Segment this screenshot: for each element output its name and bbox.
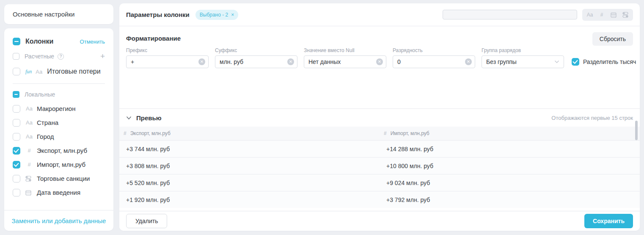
clear-icon[interactable]: ✕ (198, 58, 205, 65)
delete-button[interactable]: Удалить (126, 214, 167, 228)
column-header-label: Экспорт, млн.руб (130, 130, 171, 136)
text-type-icon: Aa (36, 69, 42, 75)
item-label: Импорт, млн,руб (37, 161, 85, 168)
text-type-filter-button[interactable]: Aa (584, 10, 596, 20)
table-cell: +1 920 млн. руб (119, 191, 380, 208)
calculated-group-row: Расчетные ? + (4, 50, 113, 63)
item-checkbox[interactable] (13, 175, 20, 182)
sidebar-item-strana[interactable]: Aa Страна (4, 116, 113, 130)
collapse-chevron-icon[interactable] (126, 116, 132, 120)
null-value-label: Значение вместо Null (304, 47, 386, 53)
text-type-icon: Aa (25, 133, 33, 140)
number-type-icon: # (25, 161, 33, 168)
item-checkbox[interactable] (13, 147, 20, 155)
date-type-icon (25, 190, 33, 196)
main-settings-card[interactable]: Основные настройки (4, 4, 113, 24)
replace-data-link[interactable]: Заменить или добавить данные (12, 217, 106, 224)
cancel-link[interactable]: Отменить (80, 39, 105, 45)
prefix-field: Префикс ✕ (126, 47, 209, 68)
selected-badge-label: Выбрано - 2 (200, 12, 228, 18)
column-header-import: # Импорт, млн,руб (380, 127, 640, 140)
digit-group-select[interactable]: Без группы (482, 55, 564, 68)
item-checkbox[interactable] (13, 68, 20, 75)
item-label: Город (37, 133, 54, 140)
item-checkbox[interactable] (13, 133, 20, 141)
item-checkbox[interactable] (13, 161, 20, 169)
help-icon[interactable]: ? (58, 53, 64, 60)
clear-icon[interactable]: ✕ (376, 58, 383, 65)
search-input[interactable] (443, 10, 577, 19)
table-cell: +3 792 млн. руб (380, 191, 640, 208)
scrollbar-thumb[interactable] (635, 121, 638, 140)
preview-table-header: # Экспорт, млн.руб # Импорт, млн,руб (119, 127, 640, 140)
digit-group-field: Группа разрядов Без группы (482, 47, 564, 68)
table-cell: +10 800 млн. руб (380, 158, 640, 174)
date-type-filter-button[interactable] (608, 10, 619, 20)
number-type-icon: # (25, 147, 33, 154)
local-group-row: Локальные (4, 87, 113, 102)
suffix-label: Суффикс (215, 47, 297, 53)
preview-section: Превью Отображаются первые 15 строк # Эк… (119, 109, 640, 211)
thousands-separator-option[interactable]: Разделитель тысяч (572, 55, 636, 68)
badge-close-icon[interactable]: × (231, 12, 234, 18)
sidebar-footer: Заменить или добавить данные (4, 210, 113, 231)
clear-icon[interactable]: ✕ (465, 58, 472, 65)
item-label: Дата введения (37, 189, 80, 196)
sidebar-item-torgovye-sanktsii[interactable]: Торговые санкции (4, 171, 113, 185)
table-cell: +14 288 млн. руб (380, 141, 640, 157)
panel-header: Параметры колонки Выбрано - 2 × Aa # (119, 3, 640, 26)
panel-footer: Удалить Сохранить (119, 211, 640, 231)
number-type-filter-button[interactable]: # (596, 10, 608, 20)
formatting-section: Форматирование Сбросить Префикс ✕ Суффик… (119, 26, 640, 109)
thousands-label: Разделитель тысяч (583, 58, 636, 65)
type-filter-group: Aa # (582, 9, 633, 21)
reset-button[interactable]: Сбросить (592, 32, 633, 46)
digit-group-label: Группа разрядов (482, 47, 564, 53)
boolean-type-filter-button[interactable] (619, 10, 631, 20)
sidebar-item-data-vvedeniya[interactable]: Дата введения (4, 185, 113, 199)
calculated-checkbox[interactable] (13, 53, 19, 60)
number-type-icon: # (384, 130, 387, 136)
suffix-field: Суффикс ✕ (215, 47, 297, 68)
text-type-icon: Aa (25, 119, 33, 126)
table-cell: +3 808 млн. руб (119, 158, 380, 174)
panel-title: Параметры колонки (126, 11, 190, 18)
preview-rows-note: Отображаются первые 15 строк (551, 115, 633, 121)
item-checkbox[interactable] (13, 189, 20, 196)
table-cell: +3 744 млн. руб (119, 141, 380, 157)
save-button[interactable]: Сохранить (584, 214, 633, 228)
prefix-label: Префикс (126, 47, 209, 53)
null-value-input[interactable] (304, 55, 386, 68)
item-checkbox[interactable] (13, 119, 20, 127)
columns-header: Колонки Отменить (4, 33, 113, 50)
table-row: +3 744 млн. руб +14 288 млн. руб (119, 140, 640, 157)
add-calculated-icon[interactable]: + (100, 52, 105, 61)
sidebar-item-gorod[interactable]: Aa Город (4, 130, 113, 144)
selected-badge: Выбрано - 2 × (195, 10, 239, 20)
suffix-input[interactable] (215, 55, 297, 68)
main-settings-title: Основные настройки (13, 11, 74, 18)
prefix-input[interactable] (126, 55, 209, 68)
table-row: +5 520 млн. руб +9 024 млн. руб (119, 174, 640, 191)
item-label: Макрорегион (37, 105, 75, 112)
item-checkbox[interactable] (13, 105, 20, 113)
table-cell: +9 024 млн. руб (380, 174, 640, 191)
local-group-checkbox[interactable] (13, 91, 19, 98)
columns-select-all-checkbox[interactable] (13, 38, 20, 45)
sidebar-item-eksport[interactable]: # Экспорт, млн.руб (4, 144, 113, 158)
item-label: Итоговые потери (47, 68, 100, 75)
sidebar-item-makroregion[interactable]: Aa Макрорегион (4, 102, 113, 116)
thousands-checkbox[interactable] (572, 58, 579, 66)
clear-icon[interactable]: ✕ (287, 58, 294, 65)
sidebar-item-itogovye-poteri[interactable]: fun Aa Итоговые потери (4, 63, 113, 80)
digits-field: Разрядность ✕ (393, 47, 475, 68)
number-type-icon: # (124, 130, 127, 136)
column-header-export: # Экспорт, млн.руб (119, 127, 380, 140)
chevron-down-icon (554, 60, 559, 64)
sidebar-divider (13, 83, 105, 84)
sidebar-item-import[interactable]: # Импорт, млн,руб (4, 158, 113, 171)
digits-input[interactable] (393, 55, 475, 68)
text-type-icon: Aa (25, 105, 33, 112)
table-row: +1 920 млн. руб +3 792 млн. руб (119, 191, 640, 208)
item-label: Страна (37, 119, 58, 126)
